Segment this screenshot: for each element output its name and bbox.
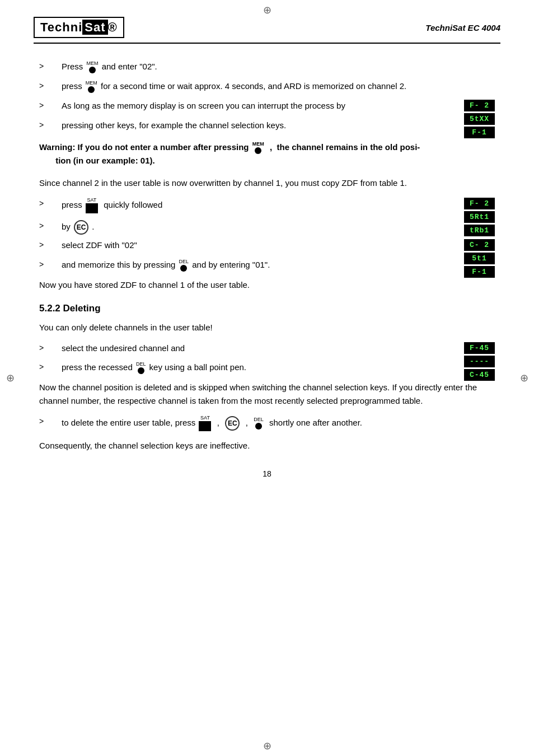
lcd-group-1: F- 2 5tXX F-1 bbox=[464, 100, 495, 138]
bullet-d1: > bbox=[39, 342, 62, 352]
bullet-c3: > bbox=[39, 239, 62, 249]
bullet-4-content: pressing other keys, for example the cha… bbox=[62, 119, 495, 132]
lcd-box-d1-3: C-45 bbox=[464, 369, 495, 381]
bullet-d2: > bbox=[39, 361, 62, 371]
mem-dot-2 bbox=[88, 86, 95, 93]
bullet-row-4: > pressing other keys, for example the c… bbox=[39, 119, 495, 132]
bullet-c4-content: and memorize this by pressing DEL and by… bbox=[62, 259, 495, 272]
sat-label-c1: SAT bbox=[87, 198, 96, 203]
del-label-c4: DEL bbox=[179, 259, 189, 264]
mem-dot-1 bbox=[89, 67, 96, 73]
bullet-c4: > bbox=[39, 259, 62, 269]
cross-bottom: ⊕ bbox=[261, 740, 273, 752]
mem-label-warning: MEM bbox=[252, 142, 264, 147]
sat-group-delete: SAT bbox=[199, 416, 211, 431]
bullet-2: > bbox=[39, 80, 62, 90]
del-dot-delete bbox=[255, 423, 262, 430]
bullet-1-content: Press MEM and enter "02". bbox=[62, 60, 495, 73]
lcd-group-d1: F-45 ---- C-45 bbox=[464, 342, 495, 381]
mem-dot-warning bbox=[255, 147, 261, 154]
bullet-row-3: > As long as the memory display is on sc… bbox=[39, 100, 495, 113]
ec-icon: EC bbox=[74, 220, 88, 235]
logo-techni: Techni bbox=[40, 20, 82, 34]
lcd-box-1-2: 5tXX bbox=[464, 113, 495, 125]
del-group-delete: DEL bbox=[254, 417, 264, 430]
bullet-1: > bbox=[39, 60, 62, 71]
lcd-box-1-1: F- 2 bbox=[464, 100, 495, 111]
bullet-c1-content: press SAT quickly followed bbox=[62, 198, 495, 213]
bullet-row-c3: > select ZDF with "02" bbox=[39, 239, 495, 252]
bullet-c1: > bbox=[39, 198, 62, 208]
del-group-c4: DEL bbox=[179, 259, 189, 272]
bullet-c2-content: by EC . bbox=[62, 220, 495, 235]
header: TechniSat® TechniSat EC 4004 bbox=[34, 17, 500, 44]
bullet-delete-all-content: to delete the entire user table, press S… bbox=[62, 416, 495, 431]
warning-block: Warning: If you do not enter a number af… bbox=[39, 141, 495, 167]
lcd-box-1-3: F-1 bbox=[464, 127, 495, 138]
sat-btn-c1 bbox=[86, 203, 98, 213]
lcd-box-c3-3: F-1 bbox=[464, 266, 495, 278]
bullet-row-c4: > and memorize this by pressing DEL and … bbox=[39, 259, 495, 272]
cross-top: ⊕ bbox=[261, 4, 273, 16]
bullet-row-c1: > press SAT quickly followed bbox=[39, 198, 495, 213]
lcd-group-c3: C- 2 5t1 F-1 bbox=[464, 239, 495, 278]
para-5: Consequently, the channel selection keys… bbox=[39, 439, 495, 452]
sat-group-c1: SAT bbox=[86, 198, 98, 213]
mem-group-2: MEM bbox=[86, 81, 97, 93]
del-group-d2: DEL bbox=[136, 362, 146, 374]
bullet-row-2: > press MEM for a second time or wait ap… bbox=[39, 80, 495, 93]
bullet-row-d1: > select the undesired channel and bbox=[39, 342, 495, 355]
main-content: > Press MEM and enter "02". > press MEM … bbox=[34, 60, 500, 478]
bullet-c2: > bbox=[39, 220, 62, 230]
header-title: TechniSat EC 4004 bbox=[425, 23, 500, 32]
page-number: 18 bbox=[39, 469, 495, 478]
para-1: Since channel 2 in the user table is now… bbox=[39, 176, 495, 190]
del-label-delete: DEL bbox=[254, 417, 264, 422]
sat-btn-delete bbox=[199, 421, 211, 431]
para-4: Now the channel position is deleted and … bbox=[39, 381, 495, 408]
del-dot-c4 bbox=[180, 265, 187, 272]
lcd-box-d1-2: ---- bbox=[464, 356, 495, 367]
bullet-delete-all: > bbox=[39, 416, 62, 426]
bullet-3-content: As long as the memory display is on scre… bbox=[62, 100, 495, 113]
lcd-box-d1-1: F-45 bbox=[464, 342, 495, 354]
section-heading-522: 5.2.2 Deleting bbox=[39, 303, 495, 314]
cross-left: ⊕ bbox=[4, 372, 16, 384]
bullet-row-delete-all: > to delete the entire user table, press… bbox=[39, 416, 495, 431]
lcd-box-c1-1: F- 2 bbox=[464, 198, 495, 209]
logo-text: TechniSat® bbox=[40, 20, 118, 35]
mem-group-1: MEM bbox=[87, 61, 99, 73]
logo-sat: Sat bbox=[82, 20, 107, 35]
bullet-section-c1: > press SAT quickly followed F- 2 5Rt1 t… bbox=[39, 198, 495, 213]
bullet-row-d2: > press the recessed DEL key using a bal… bbox=[39, 361, 495, 374]
ec-icon-delete: EC bbox=[225, 416, 240, 431]
bullet-4: > bbox=[39, 119, 62, 129]
bullet-2-content: press MEM for a second time or wait appr… bbox=[62, 80, 495, 93]
para-2: Now you have stored ZDF to channel 1 of … bbox=[39, 278, 495, 292]
para-3: You can only delete channels in the user… bbox=[39, 321, 495, 334]
bullet-row-c2: > by EC . bbox=[39, 220, 495, 235]
bullet-section-3: > As long as the memory display is on sc… bbox=[39, 100, 495, 132]
bullet-row-1: > Press MEM and enter "02". bbox=[39, 60, 495, 73]
mem-label-1: MEM bbox=[87, 61, 99, 66]
bullet-d1-content: select the undesired channel and bbox=[62, 342, 495, 355]
lcd-box-c3-2: 5t1 bbox=[464, 253, 495, 264]
bullet-d2-content: press the recessed DEL key using a ball … bbox=[62, 361, 495, 374]
del-label-d2: DEL bbox=[136, 362, 146, 367]
bullet-3: > bbox=[39, 100, 62, 110]
bullet-section-d1: > select the undesired channel and > pre… bbox=[39, 342, 495, 375]
sat-label-delete: SAT bbox=[200, 416, 210, 421]
cross-right: ⊕ bbox=[518, 372, 530, 384]
del-dot-d2 bbox=[138, 367, 144, 374]
bullet-section-c3: > select ZDF with "02" > and memorize th… bbox=[39, 239, 495, 272]
mem-label-2: MEM bbox=[86, 81, 97, 86]
mem-group-warning: MEM bbox=[252, 142, 264, 154]
bullet-c3-content: select ZDF with "02" bbox=[62, 239, 495, 252]
logo: TechniSat® bbox=[34, 17, 124, 38]
lcd-box-c3-1: C- 2 bbox=[464, 239, 495, 251]
